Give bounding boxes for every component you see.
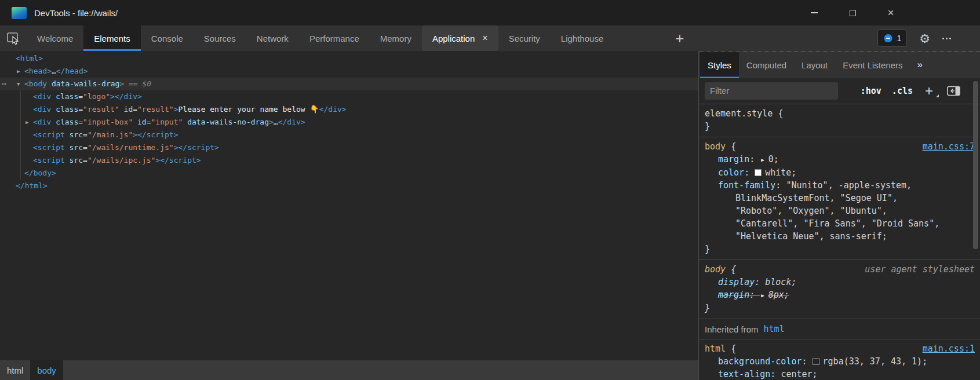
dom-node-row[interactable]: <html> bbox=[0, 52, 698, 65]
expand-arrow-icon[interactable]: ▶ bbox=[17, 65, 24, 78]
collapse-arrow-icon[interactable]: ▼ bbox=[17, 78, 24, 90]
tab-memory[interactable]: Memory bbox=[370, 25, 422, 51]
css-selector[interactable]: body bbox=[705, 264, 726, 275]
toggle-class-cls[interactable]: .cls bbox=[892, 86, 913, 96]
minimize-icon[interactable] bbox=[810, 8, 819, 17]
tab-sources[interactable]: Sources bbox=[194, 25, 246, 51]
css-declaration[interactable]: color: white; bbox=[699, 166, 980, 179]
colon: : bbox=[744, 167, 755, 178]
styles-filter-input[interactable]: Filter bbox=[705, 82, 838, 100]
node-menu-dots-icon[interactable]: ⋯ bbox=[2, 78, 6, 90]
tab-application[interactable]: Application× bbox=[422, 25, 498, 51]
stylesheet-source-link[interactable]: main.css:1 bbox=[923, 342, 975, 355]
css-declaration[interactable]: font-family: "Nunito", -apple-system, bbox=[699, 179, 980, 192]
css-property-value: "Nunito", -apple-system, bbox=[786, 180, 912, 191]
window-title: DevTools - file://wails/ bbox=[34, 8, 118, 18]
dom-token: </script> bbox=[178, 143, 218, 152]
tab-security[interactable]: Security bbox=[498, 25, 551, 51]
css-declaration[interactable]: text-align: center; bbox=[699, 368, 980, 380]
dom-token: = bbox=[78, 92, 83, 101]
color-swatch[interactable] bbox=[755, 169, 762, 176]
more-tabs-chevron-icon[interactable]: » bbox=[910, 52, 930, 78]
expand-shorthand-icon[interactable]: ▶ bbox=[761, 154, 764, 166]
css-declaration[interactable]: background-color: rgba(33, 37, 43, 1); bbox=[699, 355, 980, 368]
dom-node-row[interactable]: <script src="/wails/ipc.js"></script> bbox=[0, 154, 698, 167]
sidebar-tab-styles[interactable]: Styles bbox=[700, 52, 739, 78]
computed-sidebar-toggle-icon[interactable] bbox=[947, 86, 960, 96]
new-style-rule-button[interactable]: + bbox=[925, 84, 933, 98]
dom-token: src bbox=[65, 156, 83, 165]
dom-node-row[interactable]: </html> bbox=[0, 180, 698, 192]
close-brace: } bbox=[699, 243, 980, 255]
issues-count: 1 bbox=[897, 34, 901, 43]
tab-label: Lighthouse bbox=[561, 34, 603, 43]
dom-token: </script> bbox=[160, 156, 201, 165]
dom-token: </div> bbox=[115, 92, 142, 101]
tab-lighthouse[interactable]: Lighthouse bbox=[551, 25, 614, 51]
add-tab-button[interactable]: + bbox=[669, 25, 690, 51]
window-controls: × bbox=[810, 0, 895, 25]
dom-node-row[interactable]: </body> bbox=[0, 167, 698, 180]
tab-network[interactable]: Network bbox=[246, 25, 299, 51]
tab-performance[interactable]: Performance bbox=[299, 25, 370, 51]
tab-welcome[interactable]: Welcome bbox=[27, 25, 83, 51]
toggle-pseudo-hov[interactable]: :hov bbox=[861, 86, 881, 96]
dom-token: = bbox=[147, 118, 151, 126]
styles-pane: element.style {}body {main.css:7margin: … bbox=[699, 104, 980, 380]
dom-token: = bbox=[83, 143, 88, 152]
color-swatch[interactable] bbox=[813, 358, 819, 365]
css-rule-body: body {main.css:7margin: ▶0;color: white;… bbox=[699, 137, 980, 260]
inspect-element-icon[interactable] bbox=[0, 25, 27, 51]
sidebar-tab-computed[interactable]: Computed bbox=[739, 52, 794, 78]
close-tab-icon[interactable]: × bbox=[482, 33, 487, 43]
inherited-target-link[interactable]: html bbox=[764, 324, 785, 334]
dom-token: > bbox=[155, 156, 160, 165]
devtools-app-icon bbox=[12, 7, 27, 19]
css-selector[interactable]: element.style bbox=[705, 108, 773, 119]
colon: : bbox=[775, 180, 786, 191]
tab-console[interactable]: Console bbox=[141, 25, 194, 51]
breadcrumb-html[interactable]: html bbox=[0, 360, 30, 380]
dom-token: data-wails-drag bbox=[47, 79, 119, 88]
dom-token: "result" bbox=[83, 105, 119, 114]
tab-elements[interactable]: Elements bbox=[83, 25, 141, 51]
css-rule-body: body {user agent stylesheetdisplay: bloc… bbox=[699, 260, 980, 319]
breadcrumb-body[interactable]: body bbox=[30, 360, 63, 380]
css-declaration[interactable]: margin: ▶8px; bbox=[699, 288, 980, 302]
dom-node-row[interactable]: <div class="logo"></div> bbox=[0, 90, 698, 103]
dom-node-row[interactable]: <script src="/wails/runtime.js"></script… bbox=[0, 141, 698, 154]
css-declaration[interactable]: margin: ▶0; bbox=[699, 153, 980, 166]
tab-label: Application bbox=[432, 34, 475, 43]
styles-filter-row: Filter :hov .cls + bbox=[699, 78, 980, 104]
dom-token: class bbox=[51, 118, 78, 126]
styles-scrollbar-thumb[interactable] bbox=[973, 81, 978, 249]
sidebar-tab-event-listeners[interactable]: Event Listeners bbox=[835, 52, 910, 78]
elements-panel: <html>▶<head>…</head>⋯▼<body data-wails-… bbox=[0, 51, 698, 380]
css-value-continuation: "Roboto", "Oxygen", "Ubuntu", bbox=[699, 204, 980, 217]
dom-node-row[interactable]: <div class="result" id="result">Please e… bbox=[0, 103, 698, 116]
dom-token: src bbox=[65, 130, 83, 139]
dom-token: <html> bbox=[16, 54, 43, 63]
dom-token: "result" bbox=[137, 105, 174, 114]
settings-gear-icon[interactable]: ⚙ bbox=[919, 32, 930, 45]
css-declaration[interactable]: display: block; bbox=[699, 276, 980, 288]
issues-badge[interactable]: 1 bbox=[877, 30, 907, 47]
dom-node-row[interactable]: ▶<head>…</head> bbox=[0, 65, 698, 78]
dom-node-row[interactable]: <script src="/main.js"></script> bbox=[0, 129, 698, 141]
dom-node-row[interactable]: ⋯▼<body data-wails-drag> == $0 bbox=[0, 78, 698, 90]
dom-token: > bbox=[133, 130, 137, 139]
dom-node-row[interactable]: ▶<div class="input-box" id="input" data-… bbox=[0, 116, 698, 129]
dom-token: data-wails-no-drag bbox=[183, 118, 269, 126]
close-icon[interactable]: × bbox=[886, 8, 895, 17]
css-selector[interactable]: body bbox=[705, 141, 726, 152]
sidebar-tab-layout[interactable]: Layout bbox=[794, 52, 835, 78]
more-options-icon[interactable] bbox=[942, 38, 951, 39]
css-selector[interactable]: html bbox=[705, 344, 726, 354]
colon: : bbox=[802, 356, 813, 367]
expand-shorthand-icon[interactable]: ▶ bbox=[761, 289, 764, 302]
dom-token: </body> bbox=[24, 169, 56, 177]
dom-token: … bbox=[274, 118, 278, 126]
stylesheet-source-link[interactable]: main.css:7 bbox=[923, 140, 975, 153]
expand-arrow-icon[interactable]: ▶ bbox=[25, 116, 33, 129]
maximize-icon[interactable] bbox=[848, 8, 857, 17]
